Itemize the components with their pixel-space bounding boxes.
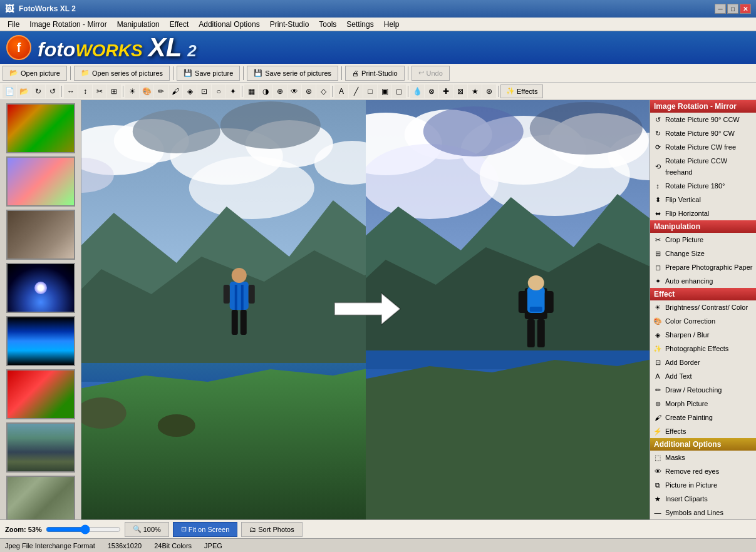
picture-in-picture-item[interactable]: ⧉ Picture in Picture bbox=[650, 478, 756, 492]
sort-photos-button[interactable]: 🗂 Sort Photos bbox=[241, 522, 302, 537]
healing-icon[interactable]: ✚ bbox=[439, 84, 453, 98]
thumb-space[interactable] bbox=[6, 263, 75, 313]
rotate-180-item[interactable]: ↕ Rotate Picture 180° bbox=[650, 179, 756, 193]
select-icon[interactable]: ⊡ bbox=[197, 84, 211, 98]
open-picture-button[interactable]: 📂 Open picture bbox=[3, 66, 67, 81]
minimize-button[interactable]: ─ bbox=[715, 4, 726, 14]
brightness-icon[interactable]: ☀ bbox=[125, 84, 139, 98]
red-eye-icon[interactable]: ⊗ bbox=[425, 84, 438, 98]
resize-icon[interactable]: ⊞ bbox=[107, 84, 121, 98]
red-eyes-item[interactable]: 👁 Remove red eyes bbox=[650, 464, 756, 478]
effects-item[interactable]: ⚡ Effects bbox=[650, 424, 756, 438]
morph-item[interactable]: ⊕ Morph Picture bbox=[650, 397, 756, 411]
draw-retouch-item[interactable]: ✏ Draw / Retouching bbox=[650, 383, 756, 397]
thumb-strawberries[interactable] bbox=[6, 369, 75, 419]
app-title: FotoWorks XL 2 bbox=[19, 4, 76, 13]
thumbnail-panel[interactable] bbox=[0, 100, 81, 519]
flip-v-icon[interactable]: ↕ bbox=[78, 84, 92, 98]
thumb-fruits[interactable] bbox=[6, 103, 75, 153]
wand-icon[interactable]: ✦ bbox=[226, 84, 240, 98]
brush-icon[interactable]: 🖌 bbox=[168, 84, 182, 98]
redeye-icon[interactable]: 👁 bbox=[287, 84, 301, 98]
save-serie-button[interactable]: 💾 Save serie of pictures bbox=[247, 66, 338, 81]
rotate-cw-item[interactable]: ↻ Rotate Picture 90° CW bbox=[650, 126, 756, 140]
rotate-cw-icon[interactable]: ↻ bbox=[31, 84, 45, 98]
close-button[interactable]: ✕ bbox=[740, 4, 751, 14]
sharpen-blur-item[interactable]: ◈ Sharpen / Blur bbox=[650, 328, 756, 342]
menu-tools[interactable]: Tools bbox=[314, 19, 341, 30]
open-series-button[interactable]: 📁 Open series of pictures bbox=[74, 66, 170, 81]
clone-icon[interactable]: ⊕ bbox=[273, 84, 287, 98]
sharpen-icon[interactable]: ◇ bbox=[316, 84, 330, 98]
color-picker-icon[interactable]: 💧 bbox=[410, 84, 424, 98]
bookmark-icon[interactable]: ⊛ bbox=[482, 84, 496, 98]
sort-icon: 🗂 bbox=[249, 526, 256, 533]
contrast-icon[interactable]: ◑ bbox=[259, 84, 272, 98]
svg-point-9 bbox=[220, 101, 321, 149]
clipart-icon: ★ bbox=[653, 494, 663, 504]
photo-effects-item[interactable]: ✨ Photographic Effects bbox=[650, 342, 756, 355]
fit-screen-button[interactable]: ⊡ Fit on Screen bbox=[173, 522, 237, 537]
zoom-100-button[interactable]: 🔍 100% bbox=[125, 522, 169, 537]
effects-button[interactable]: ✨ Effects bbox=[500, 84, 543, 98]
masks-item[interactable]: ⬚ Masks bbox=[650, 451, 756, 464]
save-picture-button[interactable]: 💾 Save picture bbox=[177, 66, 240, 81]
crop-item[interactable]: ✂ Crop Picture bbox=[650, 233, 756, 247]
menu-manipulation[interactable]: Manipulation bbox=[112, 19, 165, 30]
before-image bbox=[81, 100, 366, 519]
menu-settings[interactable]: Settings bbox=[341, 19, 378, 30]
menu-effect[interactable]: Effect bbox=[165, 19, 194, 30]
undo-button[interactable]: ↩ Undo bbox=[412, 66, 450, 81]
maximize-button[interactable]: □ bbox=[727, 4, 738, 14]
flip-horizontal-item[interactable]: ⬌ Flip Horizontal bbox=[650, 207, 756, 220]
thumb-castle[interactable] bbox=[6, 422, 75, 473]
zoom-slider[interactable] bbox=[46, 524, 121, 534]
thumb-room[interactable] bbox=[6, 210, 75, 260]
menu-additional-options[interactable]: Additional Options bbox=[194, 19, 264, 30]
rotate-cw-free-item[interactable]: ⟳ Rotate Picture CW free bbox=[650, 140, 756, 154]
rotate-ccw-icon[interactable]: ↺ bbox=[46, 84, 60, 98]
levels-icon[interactable]: ▦ bbox=[244, 84, 258, 98]
menu-image-rotation[interactable]: Image Rotation - Mirror bbox=[24, 19, 111, 30]
menu-file[interactable]: File bbox=[3, 19, 24, 30]
add-text-item[interactable]: A Add Text bbox=[650, 369, 756, 383]
thumb-ruins[interactable] bbox=[6, 476, 75, 519]
right-panel: Image Rotation - Mirror ↺ Rotate Picture… bbox=[650, 100, 756, 519]
flip-vertical-item[interactable]: ⬍ Flip Vertical bbox=[650, 193, 756, 207]
change-size-item[interactable]: ⊞ Change Size bbox=[650, 247, 756, 260]
stamp-icon[interactable]: ◈ bbox=[183, 84, 197, 98]
brightness-item[interactable]: ☀ Brightness/ Contrast/ Color bbox=[650, 300, 756, 314]
menu-help[interactable]: Help bbox=[379, 19, 405, 30]
fill-icon[interactable]: ▣ bbox=[378, 84, 391, 98]
thumb-earth[interactable] bbox=[6, 316, 75, 366]
new-icon[interactable]: 📄 bbox=[3, 84, 16, 98]
eraser-icon[interactable]: ◻ bbox=[392, 84, 406, 98]
crop-icon[interactable]: ✂ bbox=[93, 84, 106, 98]
text-icon[interactable]: A bbox=[334, 84, 348, 98]
blur-icon[interactable]: ⊛ bbox=[302, 84, 316, 98]
auto-enhance-item[interactable]: ✦ Auto enhancing bbox=[650, 274, 756, 288]
shape-icon[interactable]: □ bbox=[363, 84, 377, 98]
rotate-ccw-item[interactable]: ↺ Rotate Picture 90° CCW bbox=[650, 113, 756, 126]
effects-icon: ✨ bbox=[506, 87, 515, 95]
rotate-ccw-free-item[interactable]: ⟲ Rotate Picture CCW freehand bbox=[650, 154, 756, 179]
cliparts-item[interactable]: ★ Insert Cliparts bbox=[650, 492, 756, 506]
frame-icon[interactable]: ⊠ bbox=[453, 84, 467, 98]
painting-item[interactable]: 🖌 Create Painting bbox=[650, 411, 756, 424]
toolbar-separator bbox=[70, 66, 71, 80]
symbols-item[interactable]: — Symbols and Lines bbox=[650, 506, 756, 519]
open-icon[interactable]: 📂 bbox=[17, 84, 31, 98]
color-icon[interactable]: 🎨 bbox=[140, 84, 153, 98]
toolbar: 📂 Open picture 📁 Open series of pictures… bbox=[0, 64, 756, 83]
lasso-icon[interactable]: ○ bbox=[212, 84, 225, 98]
flip-h-icon[interactable]: ↔ bbox=[64, 84, 78, 98]
line-icon[interactable]: ╱ bbox=[349, 84, 363, 98]
star-icon[interactable]: ★ bbox=[468, 84, 482, 98]
color-correction-item[interactable]: 🎨 Color Correction bbox=[650, 314, 756, 328]
print-studio-button[interactable]: 🖨 Print-Studio bbox=[345, 66, 404, 81]
thumb-art[interactable] bbox=[6, 156, 75, 207]
photographic-paper-item[interactable]: ◻ Prepare Photographic Paper bbox=[650, 260, 756, 274]
add-border-item[interactable]: ⊡ Add Border bbox=[650, 355, 756, 369]
pencil-icon[interactable]: ✏ bbox=[154, 84, 168, 98]
menu-print-studio[interactable]: Print-Studio bbox=[265, 19, 314, 30]
